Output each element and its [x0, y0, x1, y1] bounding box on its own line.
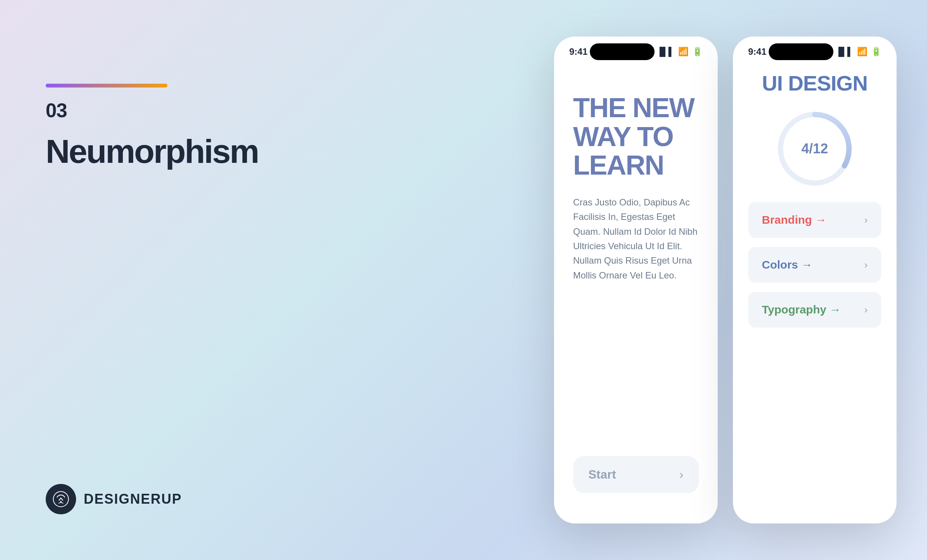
left-panel: 03 Neumorphism DESIGNERUP — [30, 23, 554, 537]
battery-icon2: 🔋 — [871, 47, 881, 57]
ui-design-title: UI DESIGN — [748, 71, 881, 95]
wifi-icon: 📶 — [678, 47, 688, 57]
branding-arrow: › — [864, 214, 868, 226]
progress-bar — [46, 84, 167, 88]
start-button[interactable]: Start › — [573, 456, 699, 493]
typography-label: Typography → — [762, 303, 841, 316]
menu-item-branding[interactable]: Branding → › — [748, 202, 881, 238]
progress-bar-container — [46, 84, 531, 88]
phone1-body: Cras Justo Odio, Dapibus Ac Facilisis In… — [573, 195, 699, 283]
start-button-arrow: › — [679, 468, 683, 482]
phone2-time: 9:41 — [748, 46, 766, 57]
phone1-time: 9:41 — [569, 46, 588, 57]
svg-point-0 — [53, 492, 68, 507]
signal-icon2: ▐▌▌ — [835, 47, 853, 57]
phone2-status-icons: ▐▌▌ 📶 🔋 — [835, 47, 881, 57]
logo-section: DESIGNERUP — [46, 484, 531, 514]
phone1-headline: THE NEW WAY TO LEARN — [573, 94, 699, 180]
circle-progress: 4/12 — [773, 107, 857, 191]
logo-svg — [51, 490, 70, 509]
phone1-dynamic-island — [590, 43, 655, 60]
menu-item-typography[interactable]: Typography → › — [748, 292, 881, 328]
start-button-label: Start — [588, 468, 616, 482]
main-title: Neumorphism — [46, 133, 531, 170]
phone-1: 9:41 ▐▌▌ 📶 🔋 THE NEW WAY TO LEARN Cras J… — [554, 37, 718, 523]
phone-2: 9:41 ▐▌▌ 📶 🔋 UI DESIGN — [733, 37, 897, 523]
phone2-content: UI DESIGN — [733, 63, 897, 523]
page-layout: 03 Neumorphism DESIGNERUP 9:41 — [30, 23, 897, 537]
phone2-status-bar: 9:41 ▐▌▌ 📶 🔋 — [733, 37, 897, 63]
phone1-status-bar: 9:41 ▐▌▌ 📶 🔋 — [554, 37, 718, 63]
phone1-status-icons: ▐▌▌ 📶 🔋 — [656, 47, 702, 57]
branding-label: Branding → — [762, 213, 827, 226]
typography-arrow: › — [864, 304, 868, 316]
circle-label: 4/12 — [801, 141, 828, 157]
colors-arrow: › — [864, 259, 868, 271]
phones-section: 9:41 ▐▌▌ 📶 🔋 THE NEW WAY TO LEARN Cras J… — [554, 37, 897, 523]
phone2-dynamic-island — [769, 43, 833, 60]
circle-progress-container: 4/12 — [748, 107, 881, 191]
menu-item-colors[interactable]: Colors → › — [748, 247, 881, 283]
logo-text: DESIGNERUP — [84, 491, 182, 507]
signal-icon: ▐▌▌ — [656, 47, 674, 57]
battery-icon: 🔋 — [692, 47, 702, 57]
step-number: 03 — [46, 99, 531, 122]
logo-icon — [46, 484, 76, 514]
colors-label: Colors → — [762, 258, 812, 271]
phone1-content: THE NEW WAY TO LEARN Cras Justo Odio, Da… — [554, 63, 718, 523]
wifi-icon2: 📶 — [857, 47, 867, 57]
